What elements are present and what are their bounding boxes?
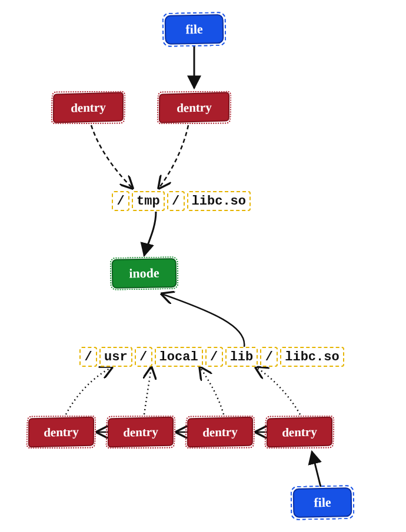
path-seg: / [135, 347, 152, 367]
path-seg: tmp [132, 191, 165, 211]
path-seg: / [167, 191, 185, 211]
dentry-label: dentry [71, 100, 106, 116]
edge-dentry-t1-path [91, 125, 132, 188]
dentry-label: dentry [202, 424, 238, 440]
dentry-node-b1: dentry [28, 417, 94, 448]
dentry-node-b4: dentry [267, 417, 332, 448]
dentry-label: dentry [282, 424, 317, 440]
dentry-node-b3: dentry [187, 417, 253, 448]
dentry-label: dentry [44, 424, 79, 440]
arrows-layer [0, 0, 406, 532]
dentry-node-t2: dentry [159, 92, 229, 123]
path-seg: libc.so [187, 191, 251, 211]
path-bottom: / usr / local / lib / libc.so [79, 347, 344, 367]
edge-path-bottom-inode [162, 294, 244, 347]
path-seg: / [79, 347, 97, 367]
edge-path-top-inode [144, 212, 156, 256]
inode-node: inode [112, 258, 177, 289]
path-seg: / [112, 191, 129, 211]
inode-label: inode [129, 266, 159, 282]
file-label: file [314, 495, 331, 511]
dentry-label: dentry [123, 424, 158, 440]
edge-file-bottom-dentry [312, 451, 321, 487]
dentry-node-t1: dentry [53, 92, 124, 123]
edge-dentry-b2-path [144, 367, 151, 414]
file-node-bottom: file [293, 487, 352, 518]
dentry-node-b2: dentry [108, 417, 174, 448]
diagram-stage: file dentry dentry / tmp / libc.so inode… [0, 0, 406, 532]
edge-dentry-b3-path [200, 367, 224, 414]
edge-dentry-t2-path [159, 125, 188, 188]
dentry-label: dentry [177, 100, 212, 116]
edge-dentry-b4-path [256, 367, 300, 414]
path-seg: libc.so [280, 347, 344, 367]
path-seg: / [205, 347, 223, 367]
edge-dentry-b1-path [66, 367, 112, 414]
path-seg: lib [225, 347, 258, 367]
file-label: file [185, 22, 203, 38]
file-node-top: file [165, 14, 224, 45]
path-seg: / [260, 347, 278, 367]
path-seg: local [155, 347, 203, 367]
path-seg: usr [99, 347, 132, 367]
path-top: / tmp / libc.so [112, 191, 251, 211]
